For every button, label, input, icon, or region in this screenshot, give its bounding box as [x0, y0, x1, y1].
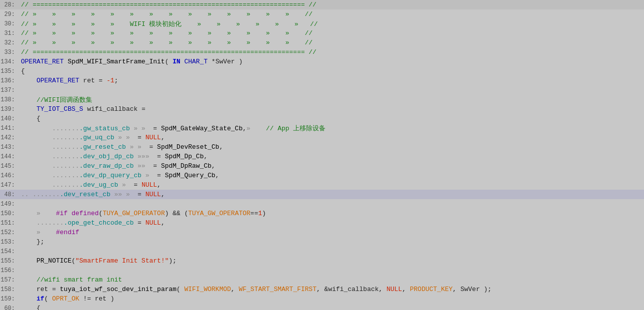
line-content: // =====================================…	[19, 48, 644, 56]
line-content: TY_IOT_CBS_S wifi_callback =	[19, 105, 644, 113]
line-number: 153:	[0, 239, 19, 246]
line-number: 157:	[0, 277, 19, 284]
line-number: 29:	[0, 11, 19, 18]
line-content: {	[19, 115, 644, 122]
line-number: 147:	[0, 182, 19, 189]
line-content: .. ........dev_reset_cb »» » = NULL,	[19, 191, 644, 198]
line-number: 134:	[0, 58, 19, 65]
line-content: if( OPRT_OK != ret )	[19, 295, 644, 303]
line-content	[19, 267, 644, 274]
line-number: 28:	[0, 1, 19, 8]
code-editor: 28: // =================================…	[0, 0, 644, 310]
code-line-33: 33: // =================================…	[0, 47, 644, 57]
line-number: 141:	[0, 125, 19, 132]
line-content: ........gw_uq_cb » » = NULL,	[19, 134, 644, 141]
line-number: 33:	[0, 49, 19, 56]
line-content: ........gw_reset_cb » » = SpdM_DevReset_…	[19, 143, 644, 151]
line-number: 32:	[0, 39, 19, 46]
code-line-144: 144: ........dev_obj_dp_cb »»» = SpdM_Dp…	[0, 152, 644, 161]
line-content: » #if defined(TUYA_GW_OPERATOR) && (TUYA…	[19, 210, 644, 217]
line-number: 152:	[0, 229, 19, 236]
line-content	[19, 248, 644, 255]
code-line-30: 30: // » » » » » WIFI 模块初始化 » » » » » » …	[0, 19, 644, 28]
code-line-154: 154:	[0, 247, 644, 256]
line-content: {	[19, 305, 644, 310]
line-content: ........ope_get_chcode_cb = NULL,	[19, 219, 644, 227]
code-line-143: 143: ........gw_reset_cb » » = SpdM_DevR…	[0, 142, 644, 152]
code-line-60: 60: {	[0, 304, 644, 310]
code-line-157: 157: //wifi smart fram init	[0, 275, 644, 285]
code-line-151: 151: ........ope_get_chcode_cb = NULL,	[0, 218, 644, 228]
code-line-134: 134: OPERATE_RET SpdM_WIFI_SmartFrame_In…	[0, 57, 644, 66]
line-content: ........dev_raw_dp_cb »» = SpdM_DpRaw_Cb…	[19, 162, 644, 170]
code-line-149: 149:	[0, 199, 644, 209]
code-line-138: 138: //WIFI回调函数集	[0, 95, 644, 104]
code-line-29: 29: // » » » » » » » » » » » » » » //	[0, 9, 644, 19]
line-number: 154:	[0, 248, 19, 255]
line-content: » #endif	[19, 229, 644, 236]
line-content: ret = tuya_iot_wf_soc_dev_init_param( WI…	[19, 286, 644, 293]
line-number: 151:	[0, 220, 19, 227]
code-line-147: 147: ........dev_ug_cb » = NULL,	[0, 180, 644, 190]
line-number: 60:	[0, 305, 19, 310]
code-line-145: 145: ........dev_raw_dp_cb »» = SpdM_DpR…	[0, 161, 644, 171]
line-content: //WIFI回调函数集	[19, 95, 644, 104]
line-number: 140:	[0, 115, 19, 122]
line-number: 135:	[0, 68, 19, 75]
line-number: 155:	[0, 258, 19, 265]
line-content: ........dev_dp_query_cb » = SpdM_Query_C…	[19, 172, 644, 179]
code-line-142: 142: ........gw_uq_cb » » = NULL,	[0, 133, 644, 142]
code-line-31: 31: // » » » » » » » » » » » » » » //	[0, 28, 644, 38]
code-line-28: 28: // =================================…	[0, 0, 644, 9]
line-number: 150:	[0, 210, 19, 217]
line-content: };	[19, 238, 644, 246]
line-number: 139:	[0, 106, 19, 113]
line-content: // =====================================…	[19, 1, 644, 8]
line-content: ........gw_status_cb » » = SpdM_GateWay_…	[19, 124, 644, 133]
code-line-141: 141: ........gw_status_cb » » = SpdM_Gat…	[0, 123, 644, 133]
line-number: 149:	[0, 201, 19, 208]
code-line-146: 146: ........dev_dp_query_cb » = SpdM_Qu…	[0, 171, 644, 180]
line-content	[19, 86, 644, 94]
code-line-152: 152: » #endif	[0, 228, 644, 237]
code-line-136: 136: OPERATE_RET ret = -1;	[0, 76, 644, 85]
line-number: 31:	[0, 30, 19, 37]
line-number: 158:	[0, 286, 19, 293]
code-line-155: 155: PR_NOTICE("SmartFrame Init Start!")…	[0, 256, 644, 266]
line-content: // » » » » » » » » » » » » » » //	[19, 39, 644, 46]
line-content: {	[19, 67, 644, 75]
line-content: //wifi smart fram init	[19, 276, 644, 284]
line-content: OPERATE_RET ret = -1;	[19, 77, 644, 84]
line-number: 137:	[0, 87, 19, 94]
line-content: OPERATE_RET SpdM_WIFI_SmartFrame_Init( I…	[19, 58, 644, 65]
line-number: 144:	[0, 153, 19, 160]
code-line-140: 140: {	[0, 114, 644, 123]
code-line-139: 139: TY_IOT_CBS_S wifi_callback =	[0, 104, 644, 114]
code-line-156: 156:	[0, 266, 644, 275]
line-number: 156:	[0, 267, 19, 274]
line-number: 159:	[0, 296, 19, 303]
line-number: 138:	[0, 96, 19, 103]
line-number: 145:	[0, 163, 19, 170]
code-line-158: 158: ret = tuya_iot_wf_soc_dev_init_para…	[0, 285, 644, 294]
line-content: // » » » » » » » » » » » » » » //	[19, 10, 644, 18]
line-content: PR_NOTICE("SmartFrame Init Start!");	[19, 257, 644, 265]
line-content: // » » » » » » » » » » » » » » //	[19, 29, 644, 37]
line-content	[19, 200, 644, 208]
line-content: // » » » » » WIFI 模块初始化 » » » » » » //	[19, 19, 644, 28]
line-content: ........dev_ug_cb » = NULL,	[19, 181, 644, 189]
code-line-137: 137:	[0, 85, 644, 95]
code-line-153: 153: };	[0, 237, 644, 247]
code-line-135: 135: {	[0, 66, 644, 76]
code-line-159: 159: if( OPRT_OK != ret )	[0, 294, 644, 304]
line-number: 48:	[0, 191, 19, 198]
line-number: 142:	[0, 134, 19, 141]
code-line-48: 48: .. ........dev_reset_cb »» » = NULL,	[0, 190, 644, 199]
line-number: 136:	[0, 77, 19, 84]
code-line-32: 32: // » » » » » » » » » » » » » » //	[0, 38, 644, 47]
code-line-150: 150: » #if defined(TUYA_GW_OPERATOR) && …	[0, 209, 644, 218]
line-number: 30:	[0, 20, 19, 27]
line-content: ........dev_obj_dp_cb »»» = SpdM_Dp_Cb,	[19, 153, 644, 160]
line-number: 143:	[0, 144, 19, 151]
line-number: 146:	[0, 172, 19, 179]
